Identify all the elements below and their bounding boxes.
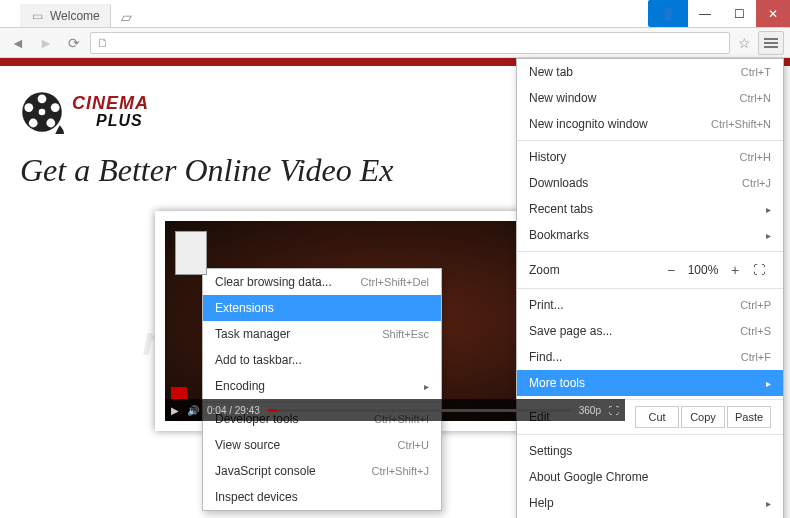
svg-point-6 [39,109,46,116]
back-button[interactable]: ◄ [6,31,30,55]
bookmark-star-icon[interactable]: ☆ [734,35,754,51]
chevron-right-icon: ▸ [766,204,771,215]
forward-button[interactable]: ► [34,31,58,55]
browser-tab[interactable]: ▭ Welcome [20,4,111,27]
video-controls[interactable]: ▶ 🔊 0:04 / 29:43 360p ⛶ [165,399,625,421]
new-tab-button[interactable]: ▱ [115,6,139,27]
video-progress[interactable] [268,409,571,412]
zoom-in-button[interactable]: + [723,262,747,278]
chrome-menu-button[interactable] [758,31,784,55]
chevron-right-icon: ▸ [424,381,429,392]
zoom-value: 100% [683,263,723,277]
video-time: 0:04 / 29:43 [207,405,260,416]
menu-encoding[interactable]: Encoding▸ [203,373,441,399]
fullscreen-button[interactable]: ⛶ [747,263,771,277]
svg-point-5 [24,103,33,112]
menu-view-source[interactable]: View sourceCtrl+U [203,432,441,458]
chevron-right-icon: ▸ [766,230,771,241]
page-icon: 🗋 [97,36,109,50]
play-button[interactable]: ▶ [171,405,179,416]
menu-new-tab[interactable]: New tabCtrl+T [517,59,783,85]
menu-settings[interactable]: Settings [517,438,783,464]
page-favicon-icon: ▭ [30,9,44,23]
menu-new-incognito[interactable]: New incognito windowCtrl+Shift+N [517,111,783,137]
profile-icon[interactable]: 👤 [648,0,688,27]
menu-help[interactable]: Help▸ [517,490,783,516]
youtube-logo-icon [171,387,187,399]
menu-new-window[interactable]: New windowCtrl+N [517,85,783,111]
chevron-right-icon: ▸ [766,498,771,509]
menu-about[interactable]: About Google Chrome [517,464,783,490]
window-maximize-button[interactable]: ☐ [722,0,756,27]
menu-js-console[interactable]: JavaScript consoleCtrl+Shift+J [203,458,441,484]
logo-text-cinema: CINEMA [72,94,149,113]
volume-icon[interactable]: 🔊 [187,405,199,416]
window-close-button[interactable]: ✕ [756,0,790,27]
menu-add-to-taskbar[interactable]: Add to taskbar... [203,347,441,373]
copy-button[interactable]: Copy [681,406,725,428]
menu-history[interactable]: HistoryCtrl+H [517,144,783,170]
menu-task-manager[interactable]: Task managerShift+Esc [203,321,441,347]
menu-extensions[interactable]: Extensions [203,295,441,321]
window-titlebar: ▭ Welcome ▱ 👤 — ☐ ✕ [0,0,790,28]
menu-more-tools[interactable]: More tools▸ [517,370,783,396]
logo-text-plus: PLUS [96,113,149,130]
zoom-out-button[interactable]: − [659,262,683,278]
menu-recent-tabs[interactable]: Recent tabs▸ [517,196,783,222]
svg-point-3 [46,119,55,128]
film-reel-icon [20,90,64,134]
address-bar[interactable]: 🗋 [90,32,730,54]
menu-zoom: Zoom − 100% + ⛶ [517,255,783,285]
menu-bookmarks[interactable]: Bookmarks▸ [517,222,783,248]
menu-inspect-devices[interactable]: Inspect devices [203,484,441,510]
window-minimize-button[interactable]: — [688,0,722,27]
menu-find[interactable]: Find...Ctrl+F [517,344,783,370]
chrome-main-menu: New tabCtrl+T New windowCtrl+N New incog… [516,58,784,518]
fullscreen-icon[interactable]: ⛶ [609,405,619,416]
cut-button[interactable]: Cut [635,406,679,428]
light-switch-icon [175,231,207,275]
svg-point-4 [29,119,38,128]
svg-point-2 [51,103,60,112]
menu-save-as[interactable]: Save page as...Ctrl+S [517,318,783,344]
svg-point-1 [38,94,47,103]
paste-button[interactable]: Paste [727,406,771,428]
video-quality[interactable]: 360p [579,405,601,416]
browser-toolbar: ◄ ► ⟳ 🗋 ☆ [0,28,790,58]
menu-print[interactable]: Print...Ctrl+P [517,292,783,318]
more-tools-submenu: Clear browsing data...Ctrl+Shift+Del Ext… [202,268,442,511]
chevron-right-icon: ▸ [766,378,771,389]
menu-downloads[interactable]: DownloadsCtrl+J [517,170,783,196]
reload-button[interactable]: ⟳ [62,31,86,55]
tab-title: Welcome [50,9,100,23]
menu-clear-browsing-data[interactable]: Clear browsing data...Ctrl+Shift+Del [203,269,441,295]
